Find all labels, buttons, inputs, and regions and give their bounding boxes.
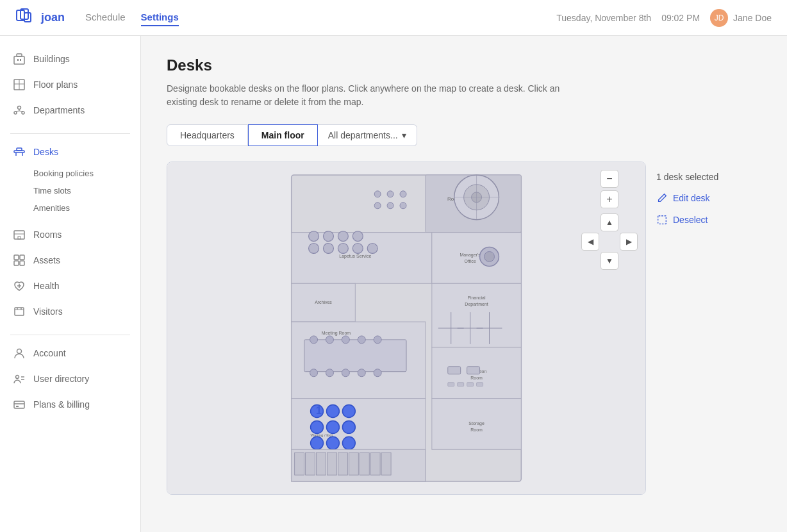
sidebar: Buildings Floor plans — [0, 36, 141, 532]
edit-desk-button[interactable]: Edit desk — [656, 192, 751, 204]
svg-line-15 — [19, 111, 23, 112]
svg-point-69 — [342, 369, 349, 377]
svg-rect-39 — [16, 406, 19, 407]
svg-point-103 — [326, 436, 339, 449]
pan-controls: ▲ ◀ ▶ ▼ — [581, 213, 638, 270]
pan-center — [601, 233, 618, 251]
svg-point-97 — [326, 405, 339, 418]
svg-point-34 — [16, 376, 19, 379]
edit-desk-label: Edit desk — [673, 193, 710, 203]
svg-rect-88 — [467, 383, 474, 387]
main-content: Desks Designate bookable desks on the fl… — [141, 36, 787, 532]
sidebar-plans-billing-label: Plans & billing — [33, 399, 90, 410]
sidebar-other-section: Rooms Assets Health — [0, 222, 140, 329]
svg-point-64 — [342, 336, 349, 344]
main-nav: Schedule Settings — [85, 9, 179, 26]
pan-down-button[interactable]: ▼ — [601, 252, 618, 270]
svg-point-102 — [311, 436, 324, 449]
svg-point-33 — [17, 349, 22, 354]
svg-rect-86 — [448, 383, 454, 387]
sidebar-item-account[interactable]: Account — [0, 340, 140, 366]
map-controls: − + ▲ ◀ ▶ ▼ — [581, 170, 638, 270]
sidebar-item-assets[interactable]: Assets — [0, 247, 140, 273]
svg-text:Room: Room — [470, 428, 483, 432]
sidebar-item-buildings[interactable]: Buildings — [0, 46, 140, 72]
svg-point-113 — [352, 231, 363, 242]
pan-left-button[interactable]: ◀ — [581, 233, 599, 251]
visitors-icon — [13, 305, 26, 318]
departments-icon — [13, 104, 26, 117]
svg-rect-124 — [327, 453, 336, 475]
sidebar-item-floor-plans[interactable]: Floor plans — [0, 72, 140, 97]
svg-rect-87 — [458, 383, 464, 387]
svg-point-62 — [310, 336, 318, 344]
sidebar-desk-section: Desks Booking policies Time slots Amenit… — [0, 139, 140, 222]
svg-point-117 — [374, 203, 381, 209]
svg-rect-6 — [20, 59, 21, 61]
sidebar-item-departments[interactable]: Departments — [0, 97, 140, 123]
svg-rect-25 — [14, 261, 19, 265]
selection-count: 1 desk selected — [656, 172, 751, 182]
svg-rect-128 — [370, 453, 380, 475]
nav-schedule[interactable]: Schedule — [85, 9, 126, 26]
tab-all-departments[interactable]: All departments... ▾ — [318, 124, 417, 146]
svg-rect-123 — [317, 453, 326, 475]
sidebar-item-desks[interactable]: Desks — [0, 139, 140, 165]
page-description: Designate bookable desks on the floor pl… — [167, 82, 577, 109]
svg-rect-29 — [15, 308, 24, 315]
svg-point-106 — [324, 244, 334, 254]
user-info[interactable]: JD Jane Doe — [710, 9, 772, 27]
svg-point-10 — [18, 106, 21, 110]
tab-all-departments-label: All departments... — [328, 130, 398, 140]
deselect-button[interactable]: Deselect — [656, 214, 751, 226]
svg-point-105 — [309, 244, 319, 254]
logo[interactable]: joan — [15, 8, 65, 28]
svg-point-109 — [367, 244, 377, 254]
main-layout: Buildings Floor plans — [0, 36, 787, 532]
sidebar-divider-1 — [10, 133, 130, 134]
zoom-in-button[interactable]: + — [601, 190, 618, 208]
svg-rect-26 — [20, 261, 24, 265]
svg-rect-129 — [381, 453, 391, 475]
svg-point-116 — [400, 191, 406, 197]
floor-plan-svg: Roof & Rest Area Exit Lapetus Service — [167, 162, 645, 494]
sidebar-item-health[interactable]: Health — [0, 273, 140, 299]
zoom-out-button[interactable]: − — [601, 170, 618, 188]
svg-point-70 — [358, 369, 365, 377]
nav-settings[interactable]: Settings — [141, 9, 179, 26]
sidebar-item-rooms[interactable]: Rooms — [0, 222, 140, 247]
tab-headquarters[interactable]: Headquarters — [167, 124, 248, 146]
svg-text:Storage: Storage — [468, 421, 485, 426]
svg-point-104 — [342, 436, 355, 449]
sidebar-amenities[interactable]: Amenities — [33, 199, 140, 217]
svg-point-66 — [374, 336, 381, 344]
floor-plans-icon — [13, 78, 26, 91]
svg-point-65 — [358, 336, 365, 344]
tab-main-floor[interactable]: Main floor — [248, 124, 318, 146]
sidebar-buildings-label: Buildings — [33, 54, 70, 64]
sidebar-item-user-directory[interactable]: User directory — [0, 366, 140, 392]
buildings-icon — [13, 53, 26, 65]
sidebar-booking-policies[interactable]: Booking policies — [33, 165, 140, 182]
sidebar-floor-plans-label: Floor plans — [33, 79, 78, 90]
sidebar-rooms-label: Rooms — [33, 229, 62, 240]
svg-point-119 — [400, 203, 406, 209]
sidebar-item-plans-billing[interactable]: Plans & billing — [0, 392, 140, 417]
svg-text:Lapetus Service: Lapetus Service — [339, 254, 371, 259]
svg-rect-5 — [17, 59, 19, 61]
map-panel-row: Roof & Rest Area Exit Lapetus Service — [167, 162, 761, 495]
floor-map[interactable]: Roof & Rest Area Exit Lapetus Service — [167, 162, 646, 495]
svg-rect-122 — [306, 453, 315, 475]
svg-rect-85 — [467, 367, 480, 374]
svg-point-56 — [485, 251, 495, 262]
pan-up-button[interactable]: ▲ — [601, 213, 618, 231]
svg-text:Waiting / Exit: Waiting / Exit — [311, 433, 333, 437]
svg-rect-24 — [20, 255, 24, 260]
pan-right-button[interactable]: ▶ — [620, 233, 638, 251]
svg-point-118 — [387, 203, 393, 209]
svg-point-71 — [374, 369, 381, 377]
nav-right: Tuesday, November 8th 09:02 PM JD Jane D… — [556, 9, 772, 27]
sidebar-time-slots[interactable]: Time slots — [33, 182, 140, 199]
sidebar-assets-label: Assets — [33, 255, 60, 265]
sidebar-item-visitors[interactable]: Visitors — [0, 299, 140, 324]
